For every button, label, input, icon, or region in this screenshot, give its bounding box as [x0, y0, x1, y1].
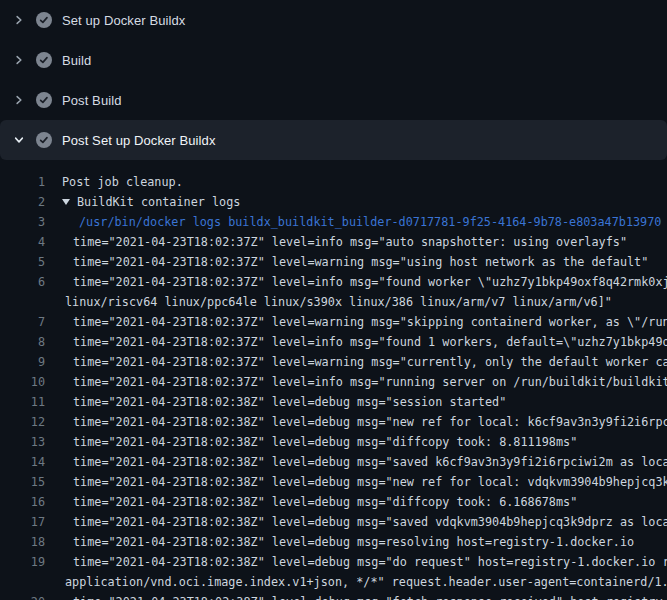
- line-number[interactable]: 16: [0, 492, 45, 512]
- step-header-build[interactable]: Build: [0, 40, 667, 80]
- log-text: application/vnd.oci.image.index.v1+json,…: [65, 572, 667, 592]
- group-caret-icon[interactable]: [62, 199, 70, 205]
- log-line: 18 time="2021-04-23T18:02:38Z" level=deb…: [0, 532, 667, 552]
- line-number[interactable]: 10: [0, 372, 45, 392]
- log-line: 11 time="2021-04-23T18:02:38Z" level=deb…: [0, 392, 667, 412]
- log-text: time="2021-04-23T18:02:37Z" level=info m…: [73, 272, 667, 292]
- log-text: time="2021-04-23T18:02:37Z" level=info m…: [73, 232, 667, 252]
- log-line: 16 time="2021-04-23T18:02:38Z" level=deb…: [0, 492, 667, 512]
- log-line: 4 time="2021-04-23T18:02:37Z" level=info…: [0, 232, 667, 252]
- line-number[interactable]: 6: [0, 272, 45, 292]
- line-number[interactable]: 12: [0, 412, 45, 432]
- log-text: time="2021-04-23T18:02:38Z" level=debug …: [73, 512, 667, 532]
- log-text: linux/riscv64 linux/ppc64le linux/s390x …: [65, 292, 667, 312]
- line-number[interactable]: 9: [0, 352, 45, 372]
- line-number[interactable]: 5: [0, 252, 45, 272]
- log-line: 20 time="2021-04-23T18:02:38Z" level=deb…: [0, 592, 667, 600]
- log-line: 1 Post job cleanup.: [0, 172, 667, 192]
- log-line: 14 time="2021-04-23T18:02:38Z" level=deb…: [0, 452, 667, 472]
- log-text: time="2021-04-23T18:02:38Z" level=debug …: [73, 552, 667, 572]
- log-line: 8 time="2021-04-23T18:02:37Z" level=info…: [0, 332, 667, 352]
- line-number[interactable]: 3: [0, 212, 45, 232]
- log-line: application/vnd.oci.image.index.v1+json,…: [0, 572, 667, 592]
- log-text: time="2021-04-23T18:02:38Z" level=debug …: [73, 472, 667, 492]
- step-header-post-set-up-docker-buildx[interactable]: Post Set up Docker Buildx: [0, 120, 667, 160]
- log-text: time="2021-04-23T18:02:38Z" level=debug …: [73, 492, 667, 512]
- line-number[interactable]: 17: [0, 512, 45, 532]
- step-header-post-build[interactable]: Post Build: [0, 80, 667, 120]
- step-list: Set up Docker Buildx Build Post Build Po…: [0, 0, 667, 160]
- log-line: 13 time="2021-04-23T18:02:38Z" level=deb…: [0, 432, 667, 452]
- log-line: 9 time="2021-04-23T18:02:37Z" level=warn…: [0, 352, 667, 372]
- log-line: 2 BuildKit container logs: [0, 192, 667, 212]
- chevron-right-icon: [12, 93, 26, 107]
- line-number[interactable]: 15: [0, 472, 45, 492]
- line-number[interactable]: 14: [0, 452, 45, 472]
- chevron-right-icon: [12, 13, 26, 27]
- line-number[interactable]: 2: [0, 192, 45, 212]
- log-text: /usr/bin/docker logs buildx_buildkit_bui…: [79, 212, 667, 232]
- log-text: time="2021-04-23T18:02:37Z" level=warnin…: [73, 312, 667, 332]
- log-line: 10 time="2021-04-23T18:02:37Z" level=inf…: [0, 372, 667, 392]
- log-text: time="2021-04-23T18:02:38Z" level=debug …: [73, 452, 667, 472]
- log-line: 6 time="2021-04-23T18:02:37Z" level=info…: [0, 272, 667, 292]
- log-line: 5 time="2021-04-23T18:02:37Z" level=warn…: [0, 252, 667, 272]
- line-number[interactable]: 7: [0, 312, 45, 332]
- chevron-right-icon: [12, 53, 26, 67]
- log-text: time="2021-04-23T18:02:38Z" level=debug …: [73, 392, 667, 412]
- check-circle-icon: [36, 12, 52, 28]
- log-line: 15 time="2021-04-23T18:02:38Z" level=deb…: [0, 472, 667, 492]
- log-text: BuildKit container logs: [77, 192, 667, 212]
- line-number[interactable]: 4: [0, 232, 45, 252]
- log-text: time="2021-04-23T18:02:37Z" level=warnin…: [73, 352, 667, 372]
- log-line: linux/riscv64 linux/ppc64le linux/s390x …: [0, 292, 667, 312]
- log-line: 19 time="2021-04-23T18:02:38Z" level=deb…: [0, 552, 667, 572]
- step-label: Post Set up Docker Buildx: [62, 133, 216, 148]
- log-text: time="2021-04-23T18:02:38Z" level=debug …: [73, 532, 667, 552]
- step-label: Post Build: [62, 93, 122, 108]
- check-circle-icon: [36, 92, 52, 108]
- log-line: 7 time="2021-04-23T18:02:37Z" level=warn…: [0, 312, 667, 332]
- line-number[interactable]: 11: [0, 392, 45, 412]
- step-label: Set up Docker Buildx: [62, 13, 185, 28]
- line-number[interactable]: 19: [0, 552, 45, 572]
- log-text: time="2021-04-23T18:02:37Z" level=info m…: [73, 372, 667, 392]
- log-text: time="2021-04-23T18:02:37Z" level=info m…: [73, 332, 667, 352]
- chevron-down-icon: [12, 133, 26, 147]
- log-line: 3 /usr/bin/docker logs buildx_buildkit_b…: [0, 212, 667, 232]
- actions-log-viewer: Set up Docker Buildx Build Post Build Po…: [0, 0, 667, 600]
- log-text: time="2021-04-23T18:02:37Z" level=warnin…: [73, 252, 667, 272]
- line-number[interactable]: 18: [0, 532, 45, 552]
- step-label: Build: [62, 53, 91, 68]
- check-circle-icon: [36, 132, 52, 148]
- log-line: 17 time="2021-04-23T18:02:38Z" level=deb…: [0, 512, 667, 532]
- check-circle-icon: [36, 52, 52, 68]
- line-number[interactable]: 8: [0, 332, 45, 352]
- step-header-set-up-docker-buildx[interactable]: Set up Docker Buildx: [0, 0, 667, 40]
- log-text: Post job cleanup.: [62, 172, 667, 192]
- log-text: time="2021-04-23T18:02:38Z" level=debug …: [73, 592, 667, 600]
- line-number[interactable]: 1: [0, 172, 45, 192]
- line-number[interactable]: 20: [0, 592, 45, 600]
- log-line: 12 time="2021-04-23T18:02:38Z" level=deb…: [0, 412, 667, 432]
- line-number[interactable]: 13: [0, 432, 45, 452]
- log-text: time="2021-04-23T18:02:38Z" level=debug …: [73, 432, 667, 452]
- log-text: time="2021-04-23T18:02:38Z" level=debug …: [73, 412, 667, 432]
- log-output: 1 Post job cleanup. 2 BuildKit container…: [0, 160, 667, 600]
